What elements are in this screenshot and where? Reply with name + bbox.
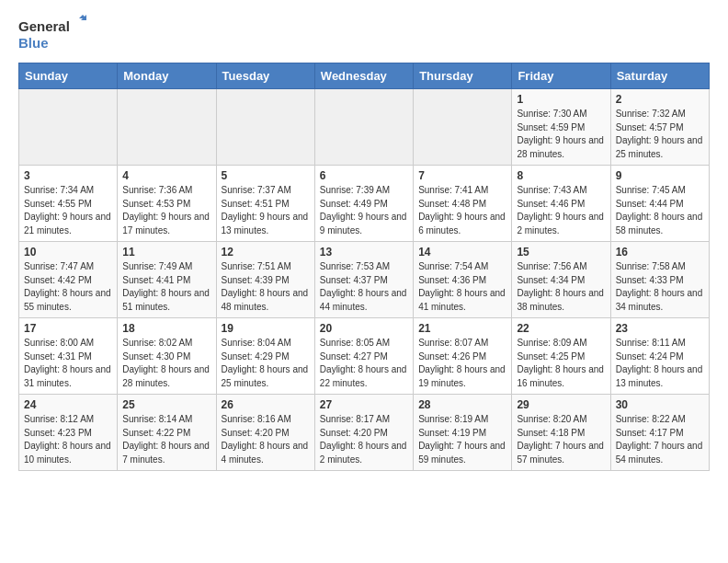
- day-number: 22: [517, 322, 605, 335]
- calendar-cell: [118, 89, 216, 166]
- day-number: 28: [418, 398, 506, 411]
- day-info: Sunrise: 7:51 AM Sunset: 4:39 PM Dayligh…: [222, 260, 310, 314]
- calendar-cell: 12Sunrise: 7:51 AM Sunset: 4:39 PM Dayli…: [216, 242, 314, 318]
- day-info: Sunrise: 8:04 AM Sunset: 4:29 PM Dayligh…: [222, 337, 310, 390]
- day-number: 9: [616, 169, 704, 182]
- day-info: Sunrise: 8:19 AM Sunset: 4:19 PM Dayligh…: [418, 413, 506, 466]
- calendar-cell: 2Sunrise: 7:32 AM Sunset: 4:57 PM Daylig…: [610, 89, 709, 166]
- calendar-table: SundayMondayTuesdayWednesdayThursdayFrid…: [18, 63, 710, 471]
- day-header-monday: Monday: [118, 63, 216, 89]
- calendar-cell: 27Sunrise: 8:17 AM Sunset: 4:20 PM Dayli…: [314, 395, 413, 471]
- calendar-cell: 8Sunrise: 7:43 AM Sunset: 4:46 PM Daylig…: [512, 166, 610, 242]
- day-number: 18: [122, 322, 210, 335]
- day-info: Sunrise: 7:49 AM Sunset: 4:41 PM Dayligh…: [122, 260, 210, 314]
- calendar-cell: 7Sunrise: 7:41 AM Sunset: 4:48 PM Daylig…: [414, 166, 512, 242]
- day-number: 13: [320, 246, 408, 259]
- day-number: 4: [122, 169, 210, 182]
- day-number: 7: [418, 169, 506, 182]
- calendar-cell: 23Sunrise: 8:11 AM Sunset: 4:24 PM Dayli…: [610, 318, 709, 395]
- calendar-cell: 18Sunrise: 8:02 AM Sunset: 4:30 PM Dayli…: [118, 318, 216, 395]
- day-info: Sunrise: 7:32 AM Sunset: 4:57 PM Dayligh…: [616, 108, 704, 161]
- day-info: Sunrise: 7:45 AM Sunset: 4:44 PM Dayligh…: [616, 184, 704, 237]
- day-info: Sunrise: 8:20 AM Sunset: 4:18 PM Dayligh…: [517, 413, 605, 466]
- day-header-tuesday: Tuesday: [216, 63, 314, 89]
- day-info: Sunrise: 7:36 AM Sunset: 4:53 PM Dayligh…: [122, 184, 210, 237]
- calendar-cell: [314, 89, 413, 166]
- calendar-week-row: 24Sunrise: 8:12 AM Sunset: 4:23 PM Dayli…: [19, 395, 710, 471]
- calendar-week-row: 3Sunrise: 7:34 AM Sunset: 4:55 PM Daylig…: [19, 166, 710, 242]
- svg-text:General: General: [18, 18, 70, 34]
- day-number: 19: [222, 322, 310, 335]
- day-number: 21: [418, 322, 506, 335]
- calendar-cell: 6Sunrise: 7:39 AM Sunset: 4:49 PM Daylig…: [314, 166, 413, 242]
- day-info: Sunrise: 7:34 AM Sunset: 4:55 PM Dayligh…: [24, 184, 112, 237]
- day-info: Sunrise: 7:41 AM Sunset: 4:48 PM Dayligh…: [418, 184, 506, 237]
- calendar-week-row: 10Sunrise: 7:47 AM Sunset: 4:42 PM Dayli…: [19, 242, 710, 318]
- day-info: Sunrise: 8:00 AM Sunset: 4:31 PM Dayligh…: [24, 337, 112, 390]
- day-info: Sunrise: 7:56 AM Sunset: 4:34 PM Dayligh…: [517, 260, 605, 314]
- calendar-cell: 24Sunrise: 8:12 AM Sunset: 4:23 PM Dayli…: [19, 395, 118, 471]
- day-info: Sunrise: 8:22 AM Sunset: 4:17 PM Dayligh…: [616, 413, 704, 466]
- day-header-sunday: Sunday: [19, 63, 118, 89]
- day-header-friday: Friday: [512, 63, 610, 89]
- calendar-cell: 26Sunrise: 8:16 AM Sunset: 4:20 PM Dayli…: [216, 395, 314, 471]
- calendar-cell: 25Sunrise: 8:14 AM Sunset: 4:22 PM Dayli…: [118, 395, 216, 471]
- calendar-week-row: 1Sunrise: 7:30 AM Sunset: 4:59 PM Daylig…: [19, 89, 710, 166]
- day-header-saturday: Saturday: [610, 63, 709, 89]
- calendar-cell: 22Sunrise: 8:09 AM Sunset: 4:25 PM Dayli…: [512, 318, 610, 395]
- calendar-cell: 5Sunrise: 7:37 AM Sunset: 4:51 PM Daylig…: [216, 166, 314, 242]
- calendar-cell: 30Sunrise: 8:22 AM Sunset: 4:17 PM Dayli…: [610, 395, 709, 471]
- calendar-cell: 20Sunrise: 8:05 AM Sunset: 4:27 PM Dayli…: [314, 318, 413, 395]
- day-info: Sunrise: 7:30 AM Sunset: 4:59 PM Dayligh…: [517, 108, 605, 161]
- day-number: 15: [517, 246, 605, 259]
- day-header-thursday: Thursday: [414, 63, 512, 89]
- calendar-cell: 3Sunrise: 7:34 AM Sunset: 4:55 PM Daylig…: [19, 166, 118, 242]
- day-info: Sunrise: 7:37 AM Sunset: 4:51 PM Dayligh…: [222, 184, 310, 237]
- calendar-week-row: 17Sunrise: 8:00 AM Sunset: 4:31 PM Dayli…: [19, 318, 710, 395]
- day-number: 17: [24, 322, 112, 335]
- day-number: 2: [616, 93, 704, 106]
- day-number: 8: [517, 169, 605, 182]
- day-number: 1: [517, 93, 605, 106]
- day-number: 14: [418, 246, 506, 259]
- calendar-cell: 17Sunrise: 8:00 AM Sunset: 4:31 PM Dayli…: [19, 318, 118, 395]
- day-number: 10: [24, 246, 112, 259]
- day-number: 29: [517, 398, 605, 411]
- day-number: 26: [222, 398, 310, 411]
- day-number: 5: [222, 169, 310, 182]
- day-number: 27: [320, 398, 408, 411]
- day-info: Sunrise: 8:12 AM Sunset: 4:23 PM Dayligh…: [24, 413, 112, 466]
- day-number: 11: [122, 246, 210, 259]
- day-info: Sunrise: 7:39 AM Sunset: 4:49 PM Dayligh…: [320, 184, 408, 237]
- day-info: Sunrise: 8:09 AM Sunset: 4:25 PM Dayligh…: [517, 337, 605, 390]
- day-number: 3: [24, 169, 112, 182]
- day-number: 24: [24, 398, 112, 411]
- calendar-header-row: SundayMondayTuesdayWednesdayThursdayFrid…: [19, 63, 710, 89]
- calendar-cell: 29Sunrise: 8:20 AM Sunset: 4:18 PM Dayli…: [512, 395, 610, 471]
- calendar-cell: 19Sunrise: 8:04 AM Sunset: 4:29 PM Dayli…: [216, 318, 314, 395]
- calendar-cell: 13Sunrise: 7:53 AM Sunset: 4:37 PM Dayli…: [314, 242, 413, 318]
- day-info: Sunrise: 7:43 AM Sunset: 4:46 PM Dayligh…: [517, 184, 605, 237]
- day-info: Sunrise: 7:47 AM Sunset: 4:42 PM Dayligh…: [24, 260, 112, 314]
- calendar-cell: 4Sunrise: 7:36 AM Sunset: 4:53 PM Daylig…: [118, 166, 216, 242]
- day-number: 23: [616, 322, 704, 335]
- day-number: 30: [616, 398, 704, 411]
- day-info: Sunrise: 7:53 AM Sunset: 4:37 PM Dayligh…: [320, 260, 408, 314]
- day-info: Sunrise: 8:16 AM Sunset: 4:20 PM Dayligh…: [222, 413, 310, 466]
- calendar-cell: 15Sunrise: 7:56 AM Sunset: 4:34 PM Dayli…: [512, 242, 610, 318]
- calendar-cell: 10Sunrise: 7:47 AM Sunset: 4:42 PM Dayli…: [19, 242, 118, 318]
- day-info: Sunrise: 8:17 AM Sunset: 4:20 PM Dayligh…: [320, 413, 408, 466]
- day-number: 12: [222, 246, 310, 259]
- svg-text:Blue: Blue: [18, 35, 49, 51]
- day-header-wednesday: Wednesday: [314, 63, 413, 89]
- day-info: Sunrise: 8:05 AM Sunset: 4:27 PM Dayligh…: [320, 337, 408, 390]
- calendar-cell: 28Sunrise: 8:19 AM Sunset: 4:19 PM Dayli…: [414, 395, 512, 471]
- day-info: Sunrise: 8:02 AM Sunset: 4:30 PM Dayligh…: [122, 337, 210, 390]
- page-header: General Blue: [18, 15, 710, 55]
- day-info: Sunrise: 8:11 AM Sunset: 4:24 PM Dayligh…: [616, 337, 704, 390]
- calendar-cell: 9Sunrise: 7:45 AM Sunset: 4:44 PM Daylig…: [610, 166, 709, 242]
- calendar-cell: 21Sunrise: 8:07 AM Sunset: 4:26 PM Dayli…: [414, 318, 512, 395]
- day-info: Sunrise: 8:14 AM Sunset: 4:22 PM Dayligh…: [122, 413, 210, 466]
- day-number: 25: [122, 398, 210, 411]
- logo: General Blue: [18, 15, 92, 55]
